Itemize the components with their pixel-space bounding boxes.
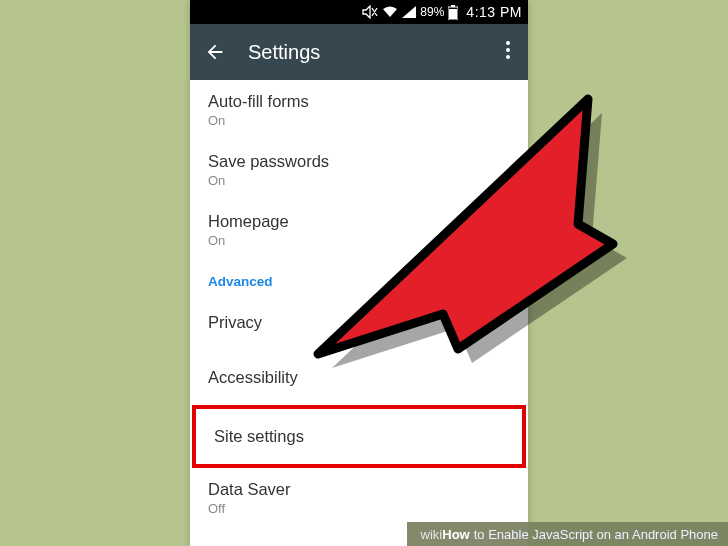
watermark: wikiHow to Enable JavaScript on an Andro…	[407, 522, 728, 546]
svg-rect-2	[449, 9, 457, 19]
wifi-icon	[382, 6, 398, 18]
advanced-section-header: Advanced	[190, 260, 528, 295]
svg-point-5	[506, 55, 510, 59]
item-subtitle: On	[208, 113, 510, 128]
site-settings-item[interactable]: Site settings	[192, 405, 526, 468]
back-arrow-icon[interactable]	[204, 41, 226, 63]
data-saver-item[interactable]: Data Saver Off	[190, 468, 528, 528]
svg-point-4	[506, 48, 510, 52]
status-bar: 89% 4:13 PM	[190, 0, 528, 24]
settings-list: Auto-fill forms On Save passwords On Hom…	[190, 80, 528, 546]
item-subtitle: On	[208, 173, 510, 188]
battery-percent: 89%	[420, 5, 444, 19]
item-subtitle: On	[208, 233, 510, 248]
autofill-forms-item[interactable]: Auto-fill forms On	[190, 80, 528, 140]
accessibility-item[interactable]: Accessibility	[190, 350, 528, 405]
item-label: Save passwords	[208, 152, 510, 171]
phone-screen: 89% 4:13 PM Settings Auto-fill forms On …	[190, 0, 528, 546]
item-subtitle: Off	[208, 501, 510, 516]
mute-icon	[362, 5, 378, 19]
page-title: Settings	[248, 41, 484, 64]
privacy-item[interactable]: Privacy	[190, 295, 528, 350]
item-label: Auto-fill forms	[208, 92, 510, 111]
status-time: 4:13 PM	[466, 4, 522, 20]
app-bar: Settings	[190, 24, 528, 80]
battery-icon	[448, 5, 458, 20]
more-icon[interactable]	[506, 41, 514, 64]
save-passwords-item[interactable]: Save passwords On	[190, 140, 528, 200]
watermark-text: to Enable JavaScript on an Android Phone	[474, 527, 718, 542]
item-label: Homepage	[208, 212, 510, 231]
signal-icon	[402, 6, 416, 18]
watermark-brand-part2: How	[442, 527, 469, 542]
svg-point-3	[506, 41, 510, 45]
svg-rect-1	[451, 5, 455, 7]
item-label: Data Saver	[208, 480, 510, 499]
watermark-brand-part1: wiki	[421, 527, 443, 542]
homepage-item[interactable]: Homepage On	[190, 200, 528, 260]
